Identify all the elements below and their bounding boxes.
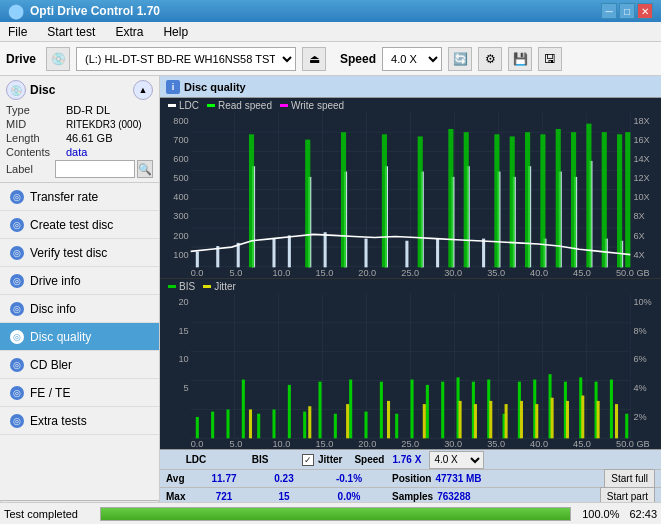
- nav-disc-quality[interactable]: ◎ Disc quality: [0, 323, 159, 351]
- nav-icon-cd-bler: ◎: [10, 358, 24, 372]
- svg-rect-46: [305, 140, 310, 268]
- svg-text:0.0: 0.0: [191, 267, 204, 278]
- nav-label-drive-info: Drive info: [30, 274, 81, 288]
- nav-icon-create-test-disc: ◎: [10, 218, 24, 232]
- samples-value: 763288: [437, 491, 470, 502]
- svg-rect-137: [387, 401, 390, 438]
- chart-panel: i Disc quality LDC Read speed Write spee…: [160, 76, 661, 524]
- stats-header-row: LDC BIS ✓ Jitter Speed 1.76 X 4.0 X2.0 X…: [160, 449, 661, 469]
- svg-text:100: 100: [173, 249, 188, 260]
- svg-rect-35: [482, 239, 485, 268]
- svg-text:30.0: 30.0: [444, 438, 462, 449]
- nav-create-test-disc[interactable]: ◎ Create test disc: [0, 211, 159, 239]
- speed-col-header: Speed: [354, 454, 384, 465]
- disc-btn[interactable]: 💾: [508, 47, 532, 71]
- app-icon: ⬤: [8, 3, 24, 19]
- eject-btn[interactable]: ⏏: [302, 47, 326, 71]
- start-full-btn[interactable]: Start full: [604, 469, 655, 489]
- svg-text:5: 5: [184, 382, 189, 393]
- type-value: BD-R DL: [66, 104, 110, 116]
- nav-label-create-test-disc: Create test disc: [30, 218, 113, 232]
- left-panel: 💿 Disc ▲ Type BD-R DL MID RITEKDR3 (000)…: [0, 76, 160, 524]
- minimize-btn[interactable]: ─: [601, 3, 617, 19]
- nav-disc-info[interactable]: ◎ Disc info: [0, 295, 159, 323]
- svg-rect-24: [288, 235, 291, 267]
- svg-rect-26: [324, 232, 327, 267]
- time-display: 62:43: [629, 508, 657, 520]
- disc-eject-icon[interactable]: ▲: [133, 80, 153, 100]
- nav-cd-bler[interactable]: ◎ CD Bler: [0, 351, 159, 379]
- chart-title-icon: i: [166, 80, 180, 94]
- toolbar: Drive 💿 (L:) HL-DT-ST BD-RE WH16NS58 TST…: [0, 42, 661, 76]
- nav-label-disc-quality: Disc quality: [30, 330, 91, 344]
- svg-rect-45: [249, 134, 254, 267]
- menu-start-test[interactable]: Start test: [43, 23, 99, 41]
- jitter-legend-label: Jitter: [214, 281, 236, 292]
- svg-rect-148: [597, 401, 600, 438]
- jitter-checkbox[interactable]: ✓: [302, 454, 314, 466]
- nav-icon-disc-quality: ◎: [10, 330, 24, 344]
- nav-fe-te[interactable]: ◎ FE / TE: [0, 379, 159, 407]
- svg-text:500: 500: [173, 172, 188, 183]
- save-btn[interactable]: 🖫: [538, 47, 562, 71]
- nav-label-extra-tests: Extra tests: [30, 414, 87, 428]
- read-speed-legend-label: Read speed: [218, 100, 272, 111]
- nav-drive-info[interactable]: ◎ Drive info: [0, 267, 159, 295]
- label-input[interactable]: [55, 160, 135, 178]
- nav-icon-transfer-rate: ◎: [10, 190, 24, 204]
- nav-extra-tests[interactable]: ◎ Extra tests: [0, 407, 159, 435]
- svg-rect-143: [520, 401, 523, 438]
- svg-text:50.0 GB: 50.0 GB: [616, 438, 650, 449]
- svg-text:10%: 10%: [633, 295, 652, 306]
- nav-label-disc-info: Disc info: [30, 302, 76, 316]
- nav-label-transfer-rate: Transfer rate: [30, 190, 98, 204]
- drive-select[interactable]: (L:) HL-DT-ST BD-RE WH16NS58 TST4: [76, 47, 296, 71]
- charts-area: LDC Read speed Write speed: [160, 98, 661, 524]
- svg-text:10: 10: [178, 353, 188, 364]
- nav-menu: ◎ Transfer rate ◎ Create test disc ◎ Ver…: [0, 183, 159, 500]
- svg-text:5.0: 5.0: [230, 438, 243, 449]
- bottom-chart: 20 15 10 5 10% 8% 6% 4% 2% 0.0 5.0 10.0 …: [160, 294, 661, 449]
- menu-help[interactable]: Help: [159, 23, 192, 41]
- settings-btn[interactable]: ⚙: [478, 47, 502, 71]
- nav-transfer-rate[interactable]: ◎ Transfer rate: [0, 183, 159, 211]
- contents-value: data: [66, 146, 87, 158]
- jitter-max: 0.0%: [314, 491, 384, 502]
- svg-text:15: 15: [178, 324, 188, 335]
- svg-rect-109: [257, 414, 260, 439]
- svg-rect-141: [489, 401, 492, 438]
- menu-extra[interactable]: Extra: [111, 23, 147, 41]
- svg-rect-111: [288, 385, 291, 438]
- max-label: Max: [166, 491, 194, 502]
- refresh-btn[interactable]: 🔄: [448, 47, 472, 71]
- drive-icon-btn[interactable]: 💿: [46, 47, 70, 71]
- nav-icon-fe-te: ◎: [10, 386, 24, 400]
- svg-text:15.0: 15.0: [315, 267, 333, 278]
- chart-title: Disc quality: [184, 81, 246, 93]
- svg-text:25.0: 25.0: [401, 438, 419, 449]
- svg-text:5.0: 5.0: [230, 267, 243, 278]
- top-chart-legend: LDC Read speed Write speed: [160, 98, 661, 113]
- svg-text:45.0: 45.0: [573, 267, 591, 278]
- menu-file[interactable]: File: [4, 23, 31, 41]
- svg-text:10.0: 10.0: [272, 438, 290, 449]
- svg-text:200: 200: [173, 229, 188, 240]
- svg-text:20.0: 20.0: [358, 267, 376, 278]
- svg-rect-28: [364, 239, 367, 268]
- bis-legend-dot: [168, 285, 176, 288]
- speed-dropdown[interactable]: 4.0 X2.0 X1.0 X: [429, 451, 484, 469]
- svg-rect-113: [318, 382, 321, 439]
- svg-rect-147: [581, 396, 584, 439]
- svg-text:15.0: 15.0: [315, 438, 333, 449]
- speed-select[interactable]: 4.0 X2.0 X1.0 X: [382, 47, 442, 71]
- close-btn[interactable]: ✕: [637, 3, 653, 19]
- bottom-chart-legend: BIS Jitter: [160, 279, 661, 294]
- maximize-btn[interactable]: □: [619, 3, 635, 19]
- label-search-btn[interactable]: 🔍: [137, 160, 153, 178]
- svg-rect-112: [303, 412, 306, 439]
- top-chart: 800 700 600 500 400 300 200 100 18X 16X …: [160, 113, 661, 279]
- svg-rect-30: [405, 241, 408, 268]
- svg-text:6%: 6%: [633, 353, 647, 364]
- nav-verify-test-disc[interactable]: ◎ Verify test disc: [0, 239, 159, 267]
- svg-rect-142: [505, 404, 508, 438]
